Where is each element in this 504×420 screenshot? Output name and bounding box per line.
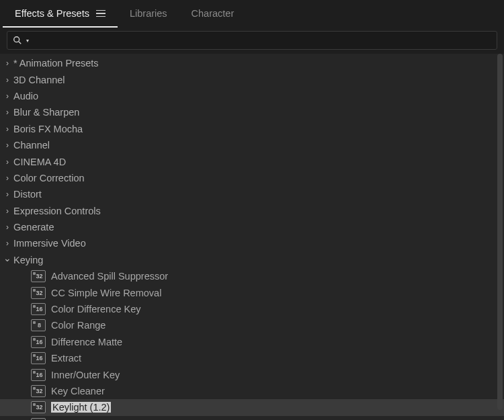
chevron-right-icon: › <box>4 75 11 85</box>
chevron-right-icon: › <box>4 124 11 134</box>
effect-row[interactable]: 16Linear Color Key <box>0 416 504 420</box>
tab-label: Effects & Presets <box>15 8 89 19</box>
effect-bitdepth-icon: 16 <box>31 336 46 348</box>
effect-label: Color Range <box>51 320 106 331</box>
chevron-right-icon: › <box>4 108 11 117</box>
tab-effects-presets[interactable]: Effects & Presets <box>3 0 118 27</box>
effect-label: Advanced Spill Suppressor <box>51 271 168 282</box>
active-tab-underline <box>3 26 118 28</box>
chevron-right-icon: › <box>4 222 11 232</box>
category-row[interactable]: ›Boris FX Mocha <box>0 121 504 137</box>
tab-character[interactable]: Character <box>179 0 247 27</box>
effects-tree: ›* Animation Presets›3D Channel›Audio›Bl… <box>0 54 504 420</box>
category-label: Immersive Video <box>13 238 86 249</box>
category-row[interactable]: ›Expression Controls <box>0 203 504 219</box>
search-input[interactable] <box>33 35 491 46</box>
category-label: * Animation Presets <box>13 58 99 69</box>
effect-bitdepth-icon: 32 <box>31 270 46 282</box>
scrollbar-thumb[interactable] <box>497 54 503 410</box>
category-label: Generate <box>13 222 54 233</box>
category-row[interactable]: ›Color Correction <box>0 170 504 186</box>
effect-label: Extract <box>51 353 81 364</box>
effect-bitdepth-icon: 16 <box>31 303 46 315</box>
chevron-right-icon: › <box>4 173 11 183</box>
category-row[interactable]: ›Distort <box>0 186 504 202</box>
effect-label: Difference Matte <box>51 337 122 347</box>
chevron-right-icon: › <box>4 190 11 199</box>
effect-row[interactable]: 32Keylight (1.2) <box>0 399 504 415</box>
chevron-right-icon: › <box>4 206 11 216</box>
category-label: CINEMA 4D <box>13 157 66 167</box>
effect-row[interactable]: 8Color Range <box>0 317 504 333</box>
category-row[interactable]: ›Channel <box>0 137 504 153</box>
panel-tab-bar: Effects & Presets Libraries Character <box>0 0 504 27</box>
effect-bitdepth-icon: 8 <box>31 319 46 331</box>
search-icon <box>13 36 22 45</box>
category-row[interactable]: ›Immersive Video <box>0 235 504 251</box>
chevron-right-icon: › <box>4 140 11 150</box>
chevron-right-icon: › <box>4 157 11 167</box>
effect-label: Keylight (1.2) <box>51 402 111 413</box>
svg-line-1 <box>19 42 21 44</box>
effect-label: CC Simple Wire Removal <box>51 288 161 298</box>
category-row[interactable]: ›* Animation Presets <box>0 55 504 71</box>
panel-menu-icon[interactable] <box>96 9 106 17</box>
category-label: Keying <box>13 255 43 265</box>
effect-label: Color Difference Key <box>51 304 141 314</box>
effects-panel: Effects & Presets Libraries Character ▾ <box>0 0 504 420</box>
effect-row[interactable]: 16Extract <box>0 350 504 366</box>
svg-point-0 <box>14 37 19 42</box>
scrollbar[interactable] <box>497 54 503 410</box>
chevron-right-icon: › <box>4 91 11 101</box>
effect-row[interactable]: 16Inner/Outer Key <box>0 366 504 382</box>
category-label: Audio <box>13 91 38 101</box>
category-row-expanded[interactable]: ⌄Keying <box>0 252 504 268</box>
search-box[interactable]: ▾ <box>7 31 497 50</box>
effect-bitdepth-icon: 32 <box>31 287 46 299</box>
category-row[interactable]: ›Generate <box>0 219 504 235</box>
effect-row[interactable]: 16Color Difference Key <box>0 301 504 317</box>
effect-label: Inner/Outer Key <box>51 370 120 380</box>
tab-libraries[interactable]: Libraries <box>118 0 179 27</box>
category-label: Channel <box>13 140 50 151</box>
effect-bitdepth-icon: 16 <box>31 352 46 364</box>
search-dropdown-icon[interactable]: ▾ <box>26 38 29 44</box>
category-label: Color Correction <box>13 173 85 183</box>
effect-bitdepth-icon: 16 <box>31 369 46 381</box>
category-label: Blur & Sharpen <box>13 107 79 118</box>
category-row[interactable]: ›Audio <box>0 88 504 104</box>
effect-row[interactable]: 32Key Cleaner <box>0 383 504 399</box>
effect-label: Key Cleaner <box>51 386 105 396</box>
category-label: Boris FX Mocha <box>13 124 83 134</box>
category-label: 3D Channel <box>13 75 65 85</box>
tab-label: Libraries <box>130 8 167 19</box>
category-label: Distort <box>13 189 42 200</box>
effect-bitdepth-icon: 32 <box>31 385 46 397</box>
chevron-down-icon: ⌄ <box>4 253 11 263</box>
effect-row[interactable]: 32CC Simple Wire Removal <box>0 284 504 300</box>
chevron-right-icon: › <box>4 239 11 248</box>
category-row[interactable]: ›3D Channel <box>0 71 504 87</box>
tab-label: Character <box>192 8 235 19</box>
effect-row[interactable]: 16Difference Matte <box>0 334 504 350</box>
effect-bitdepth-icon: 32 <box>31 401 46 413</box>
category-label: Expression Controls <box>13 206 101 216</box>
category-row[interactable]: ›Blur & Sharpen <box>0 104 504 120</box>
chevron-right-icon: › <box>4 58 11 68</box>
search-row: ▾ <box>0 27 504 54</box>
effect-row[interactable]: 32Advanced Spill Suppressor <box>0 268 504 284</box>
category-row[interactable]: ›CINEMA 4D <box>0 153 504 169</box>
